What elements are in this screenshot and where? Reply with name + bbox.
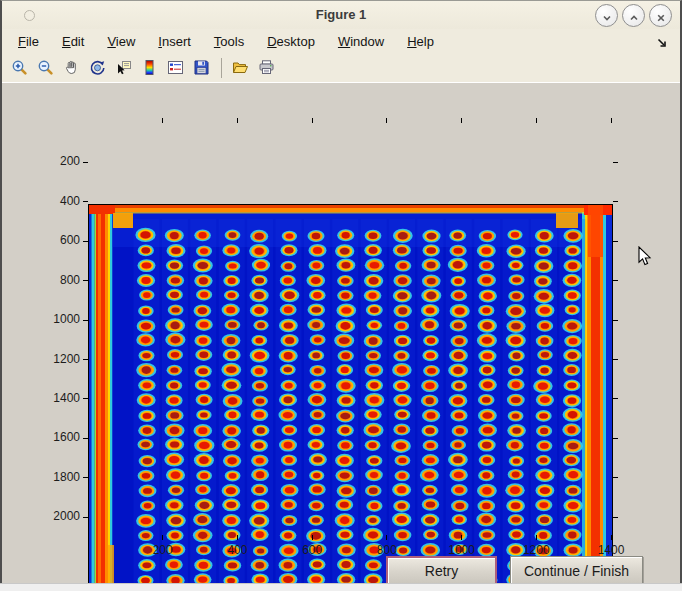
- data-cursor-button[interactable]: [111, 55, 136, 80]
- x-tick: [461, 535, 462, 540]
- zoom-in-button[interactable]: [7, 55, 32, 80]
- x-tick-top: [386, 118, 387, 123]
- close-icon: [655, 10, 667, 22]
- y-tick-right: [613, 320, 618, 321]
- y-tick: [83, 477, 88, 478]
- menu-item-view[interactable]: View: [99, 31, 143, 52]
- x-tick-top: [162, 118, 163, 123]
- y-tick-label: 600: [38, 233, 80, 247]
- pan-button[interactable]: [59, 55, 84, 80]
- y-tick-right: [613, 477, 618, 478]
- menu-item-help[interactable]: Help: [399, 31, 442, 52]
- chevron-up-icon: [628, 10, 640, 22]
- y-tick-label: 1200: [38, 352, 80, 366]
- x-tick: [312, 535, 313, 540]
- print-figure-button[interactable]: [254, 55, 279, 80]
- y-tick-label: 1400: [38, 391, 80, 405]
- y-tick: [83, 201, 88, 202]
- y-tick-label: 1000: [38, 312, 80, 326]
- y-tick-right: [613, 280, 618, 281]
- rotate-3d-button[interactable]: [85, 55, 110, 80]
- menu-overflow-arrow-icon[interactable]: [656, 35, 668, 47]
- x-tick-top: [237, 118, 238, 123]
- x-tick: [536, 535, 537, 540]
- toolbar-items: [7, 55, 280, 80]
- minimize-button[interactable]: [595, 4, 618, 27]
- y-tick-right: [613, 517, 618, 518]
- y-tick-label: 2000: [38, 509, 80, 523]
- x-tick-label: 1200: [506, 543, 566, 557]
- y-tick-right: [613, 201, 618, 202]
- maximize-button[interactable]: [622, 4, 645, 27]
- menu-item-tools[interactable]: Tools: [206, 31, 252, 52]
- y-tick-right: [613, 241, 618, 242]
- y-tick-label: 200: [38, 154, 80, 168]
- y-tick-label: 800: [38, 273, 80, 287]
- plot-axes[interactable]: [88, 204, 613, 591]
- colorbar-icon: [141, 59, 158, 76]
- x-tick-top: [536, 118, 537, 123]
- x-tick-label: 800: [357, 543, 417, 557]
- folder-icon: [232, 59, 249, 76]
- zoom-out-button[interactable]: [33, 55, 58, 80]
- y-tick: [83, 398, 88, 399]
- y-tick-label: 400: [38, 194, 80, 208]
- y-tick-label: 1800: [38, 470, 80, 484]
- datatip-icon: [115, 59, 132, 76]
- save-figure-button[interactable]: [189, 55, 214, 80]
- menu-item-desktop[interactable]: Desktop: [259, 31, 323, 52]
- x-tick-top: [461, 118, 462, 123]
- x-tick-top: [611, 118, 612, 123]
- desktop-strip: [0, 583, 682, 591]
- y-tick-right: [613, 398, 618, 399]
- retry-button[interactable]: Retry: [386, 556, 497, 585]
- zoom-in-icon: [11, 59, 28, 76]
- chevron-down-icon: [601, 10, 613, 22]
- title-bar: Figure 1: [2, 1, 680, 30]
- figure-toolbar: [2, 53, 680, 83]
- y-tick-right: [613, 359, 618, 360]
- insert-colorbar-button[interactable]: [137, 55, 162, 80]
- x-tick: [386, 535, 387, 540]
- printer-icon: [258, 59, 275, 76]
- menu-item-window[interactable]: Window: [330, 31, 392, 52]
- plate-image: [89, 205, 612, 591]
- window-title: Figure 1: [2, 7, 680, 22]
- menu-item-edit[interactable]: Edit: [54, 31, 92, 52]
- mouse-cursor-icon: [638, 246, 652, 267]
- continue-finish-button-label: Continue / Finish: [524, 563, 629, 579]
- x-tick-label: 400: [207, 543, 267, 557]
- close-button[interactable]: [649, 4, 672, 27]
- y-tick: [83, 280, 88, 281]
- y-tick: [83, 438, 88, 439]
- y-tick: [83, 162, 88, 163]
- continue-finish-button[interactable]: Continue / Finish: [510, 556, 643, 585]
- y-tick-label: 1600: [38, 430, 80, 444]
- x-tick: [162, 535, 163, 540]
- rotate-icon: [89, 59, 106, 76]
- y-tick: [83, 241, 88, 242]
- x-tick-label: 600: [282, 543, 342, 557]
- y-tick: [83, 320, 88, 321]
- floppy-icon: [193, 59, 210, 76]
- x-tick-label: 200: [133, 543, 193, 557]
- window-controls: [595, 4, 672, 27]
- insert-legend-button[interactable]: [163, 55, 188, 80]
- menu-item-insert[interactable]: Insert: [150, 31, 199, 52]
- retry-button-label: Retry: [425, 563, 458, 579]
- open-file-button[interactable]: [228, 55, 253, 80]
- x-tick-top: [312, 118, 313, 123]
- y-tick-right: [613, 438, 618, 439]
- x-tick-label: 1000: [432, 543, 492, 557]
- toolbar-divider: [221, 58, 222, 78]
- hand-icon: [63, 59, 80, 76]
- x-tick: [237, 535, 238, 540]
- menu-item-file[interactable]: File: [10, 31, 47, 52]
- y-tick-right: [613, 162, 618, 163]
- y-tick: [83, 517, 88, 518]
- x-tick-label: 1400: [581, 543, 641, 557]
- legend-icon: [167, 59, 184, 76]
- menu-bar: FileEditViewInsertToolsDesktopWindowHelp: [2, 29, 680, 53]
- x-tick: [611, 535, 612, 540]
- menu-bar-items: FileEditViewInsertToolsDesktopWindowHelp: [10, 31, 449, 52]
